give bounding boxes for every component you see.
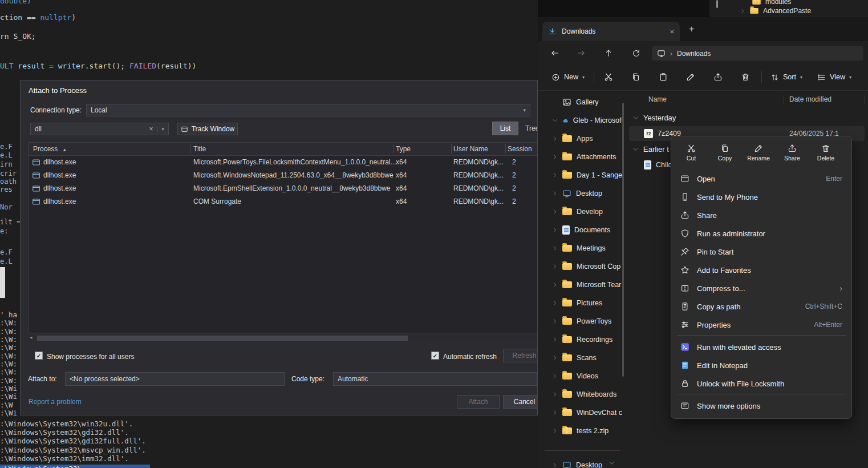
code-fragment: e.L [0, 151, 13, 159]
menu-item-share[interactable]: Share [674, 206, 849, 224]
menu-item-open[interactable]: OpenEnter [674, 170, 849, 188]
sidebar-item-apps[interactable]: Apps [540, 130, 623, 147]
rename-button[interactable] [682, 68, 700, 86]
horizontal-scrollbar[interactable]: ◂ [28, 334, 538, 342]
back-button[interactable] [547, 46, 563, 60]
view-button[interactable]: View ▾ [813, 68, 856, 86]
sidebar-item-pictures[interactable]: Pictures [540, 294, 623, 312]
sidebar-item-gallery[interactable]: Gallery [540, 94, 623, 111]
sidebar-item-meetings[interactable]: Meetings [540, 240, 623, 257]
code-type-field[interactable]: Automatic [333, 372, 537, 386]
tree-toggle-button[interactable]: Tree [525, 124, 538, 132]
share-button[interactable] [709, 68, 727, 86]
automatic-refresh-checkbox[interactable]: ✓ [431, 352, 439, 360]
show-all-users-checkbox[interactable]: ✓ [35, 352, 43, 360]
tree-scrollbar[interactable] [716, 0, 718, 8]
clear-filter-icon[interactable]: × [149, 125, 153, 133]
sidebar-item-videos[interactable]: Videos [540, 368, 623, 385]
process-table-header[interactable]: Process▲ Title Type User Name Session [29, 143, 538, 156]
menu-item-add-to-favorites[interactable]: Add to Favorites [674, 261, 849, 279]
sidebar-item-day1[interactable]: Day 1 - Sangee [540, 167, 623, 184]
sidebar-item-scans[interactable]: Scans [540, 349, 623, 366]
menu-item-edit-in-notepad[interactable]: Edit in Notepad [674, 356, 849, 374]
sidebar-item-onedrive[interactable]: Gleb - Microsoft [540, 112, 623, 129]
paste-button[interactable] [654, 68, 672, 86]
sidebar-item-develop[interactable]: Develop [540, 203, 623, 220]
menu-item-show-more-options[interactable]: Show more options [674, 397, 849, 415]
delete-button[interactable] [736, 68, 755, 86]
sidebar-scrollbar[interactable] [622, 103, 624, 377]
column-date-modified[interactable]: Date modified [789, 95, 832, 103]
chevron-right-icon [552, 154, 558, 160]
submenu-chevron-icon: › [839, 284, 842, 293]
up-button[interactable] [601, 46, 616, 60]
menu-item-properties[interactable]: PropertiesAlt+Enter [674, 316, 849, 334]
process-row[interactable]: dllhost.exe COM Surrogate x64 REDMOND\gk… [29, 195, 538, 208]
process-row[interactable]: dllhost.exe Microsoft.EpmShellExtension_… [29, 182, 538, 195]
tree-item-advancedpaste[interactable]: AdvancedPaste [740, 7, 811, 15]
connection-type-dropdown[interactable]: Local ▾ [86, 104, 530, 116]
tab-downloads[interactable]: Downloads × [542, 22, 680, 41]
quick-copy-button[interactable]: Copy [708, 139, 741, 166]
menu-item-pin-to-start[interactable]: Pin to Start [674, 243, 849, 261]
sidebar-item-tests-zip[interactable]: tests 2.zip [540, 422, 623, 439]
menu-item-run-as-administrator[interactable]: Run as administrator [674, 224, 849, 243]
menu-item-copy-as-path[interactable]: Copy as pathCtrl+Shift+C [674, 297, 849, 316]
track-window-button[interactable]: Track Window [177, 123, 238, 135]
chevron-down-icon[interactable]: ▾ [157, 126, 164, 132]
attach-button[interactable]: Attach [457, 395, 500, 409]
forward-button[interactable] [573, 46, 589, 60]
breadcrumb-downloads[interactable]: Downloads [677, 50, 711, 58]
new-tab-button[interactable]: + [689, 24, 694, 34]
tree-item-modules[interactable]: modules [752, 0, 791, 6]
cancel-button[interactable]: Cancel [503, 395, 538, 409]
menu-item-compress-to[interactable]: Compress to...› [674, 279, 849, 297]
process-row[interactable]: dllhost.exe Microsoft.WindowsNotepad_11.… [29, 169, 538, 182]
pin-icon [680, 247, 689, 256]
scroll-left-icon[interactable]: ◂ [30, 334, 33, 340]
process-filter-input[interactable]: dll × ▾ [30, 123, 169, 135]
sidebar-item-desktop[interactable]: Desktop [540, 185, 623, 202]
tab-close-icon[interactable]: × [670, 27, 674, 36]
quick-delete-button[interactable]: Delete [809, 139, 842, 166]
folder-icon [562, 245, 572, 252]
process-row[interactable]: dllhost.exe Microsoft.PowerToys.FileLock… [29, 156, 538, 169]
group-header-earlier[interactable]: Earlier t [632, 142, 669, 156]
menu-item-send-to-phone[interactable]: Send to My Phone [674, 188, 849, 206]
phone-icon [680, 192, 689, 201]
group-header-yesterday[interactable]: Yesterday [632, 111, 676, 124]
sidebar-item-windevchat[interactable]: WinDevChat c [540, 404, 623, 421]
sidebar-item-attachments[interactable]: Attachments [540, 148, 623, 166]
sidebar-item-recordings[interactable]: Recordings [540, 331, 623, 348]
sync-chevron-icon[interactable] [609, 460, 615, 466]
menu-item-run-elevated[interactable]: Run with elevated access [674, 338, 849, 356]
chevron-right-icon [552, 136, 558, 142]
refresh-button[interactable] [628, 46, 644, 60]
report-a-problem-link[interactable]: Report a problem [29, 398, 82, 406]
sidebar-item-documents[interactable]: Documents [540, 221, 623, 239]
code-line: ction == nullptr) [0, 13, 76, 22]
sidebar-item-whiteboards[interactable]: Whiteboards [540, 386, 623, 403]
menu-item-unlock-file-locksmith[interactable]: Unlock with File Locksmith [674, 374, 849, 393]
address-bar[interactable]: › Downloads [652, 46, 863, 60]
scrollbar-thumb[interactable] [37, 336, 408, 341]
share-icon [713, 72, 723, 82]
quick-share-button[interactable]: Share [776, 139, 809, 166]
sidebar-item-powertoys[interactable]: PowerToys [540, 313, 623, 330]
folder-icon [562, 318, 572, 325]
attach-to-field[interactable]: <No process selected> [65, 372, 285, 386]
downloads-icon [548, 27, 557, 36]
quick-cut-button[interactable]: Cut [675, 139, 708, 166]
code-fragment: e.F [0, 248, 13, 256]
cut-button[interactable] [599, 68, 618, 86]
sidebar-item-microsoft-tear[interactable]: Microsoft Tear [540, 276, 623, 293]
copy-button[interactable] [627, 68, 645, 86]
refresh-button[interactable]: Refresh [503, 349, 538, 362]
column-name[interactable]: Name [648, 95, 667, 103]
new-button[interactable]: New ▾ [546, 68, 590, 86]
sidebar-item-microsoft-cop[interactable]: Microsoft Cop [540, 258, 623, 275]
quick-rename-button[interactable]: Rename [742, 139, 775, 166]
list-toggle-button[interactable]: List [492, 122, 518, 135]
sort-button[interactable]: Sort ▾ [767, 68, 806, 86]
lock-icon [680, 379, 689, 388]
